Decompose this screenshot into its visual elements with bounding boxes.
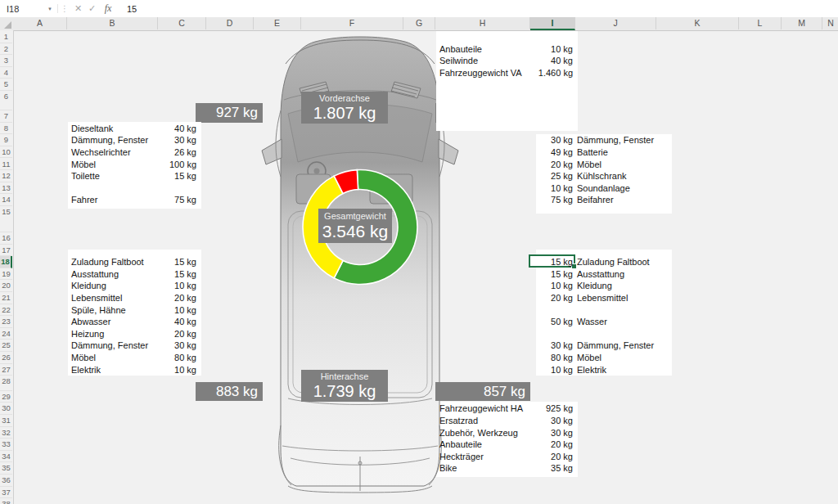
total-weight-value: 3.546 kg bbox=[322, 222, 389, 241]
total-weight-box[interactable]: Gesamtgewicht 3.546 kg bbox=[318, 209, 392, 243]
sheet-canvas[interactable]: 927 kg 880 kg 883 kg 857 kg Vorderachse … bbox=[13, 30, 838, 504]
total-weight-donut-chart[interactable] bbox=[0, 0, 838, 504]
excel-window: I18 ▼ ⋮ ✕ ✓ fx 15 ABCDEFGHIJKLMN 1234567… bbox=[0, 0, 838, 504]
total-weight-label: Gesamtgewicht bbox=[324, 211, 386, 222]
